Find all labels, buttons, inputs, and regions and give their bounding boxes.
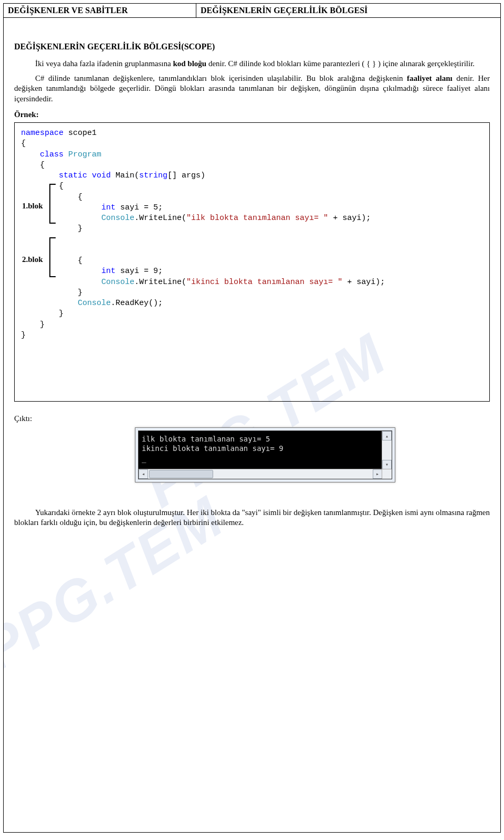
kw-void: void xyxy=(87,171,111,180)
scrollbar-horizontal[interactable]: ◂ ▸ xyxy=(139,469,392,479)
wl-end: + sayi); xyxy=(328,214,371,223)
scroll-left-icon[interactable]: ◂ xyxy=(139,469,148,479)
blok1-label: 1.blok xyxy=(22,201,43,211)
kw-int: int xyxy=(101,203,116,212)
console-cls: Console xyxy=(101,278,134,287)
console-window: ilk blokta tanımlanan sayı= 5 ikinci blo… xyxy=(135,427,395,482)
bracket-icon xyxy=(49,184,56,224)
content-area: DEĞİŞKENLERİN GEÇERLİLİK BÖLGESİ(SCOPE) … xyxy=(4,18,500,543)
kw-int: int xyxy=(101,267,116,276)
bracket-icon xyxy=(49,237,56,277)
brace: } xyxy=(21,331,26,340)
blok2-label: 2.blok xyxy=(22,254,43,265)
kw-class: class xyxy=(40,150,64,159)
example-label: Örnek: xyxy=(14,110,490,119)
p1a: İki veya daha fazla ifadenin gruplanması… xyxy=(35,59,173,68)
p1b: kod bloğu xyxy=(173,59,206,68)
scroll-up-icon[interactable]: ▴ xyxy=(382,431,392,440)
header-right: DEĞİŞKENLERİN GEÇERLİLİK BÖLGESİ xyxy=(196,4,500,17)
brace: } xyxy=(40,320,45,329)
wl: .WriteLine( xyxy=(134,278,186,287)
resize-grip-icon[interactable] xyxy=(382,469,392,479)
p1c: denir. C# dilinde kod blokları küme para… xyxy=(206,59,475,68)
console-body: ilk blokta tanımlanan sayı= 5 ikinci blo… xyxy=(138,430,392,479)
brace: { xyxy=(40,161,45,170)
brace: { xyxy=(78,256,82,265)
sayi9: sayi = 9; xyxy=(116,267,163,276)
str1: "ilk blokta tanımlanan sayı= " xyxy=(186,214,328,223)
console-cls: Console xyxy=(101,214,134,223)
console-line-2: ikinci blokta tanımlanan sayı= 9 xyxy=(142,444,388,453)
kw-namespace: namespace xyxy=(21,129,64,138)
kw-static: static xyxy=(59,171,87,180)
wl: .WriteLine( xyxy=(134,214,186,223)
p2b: faaliyet alanı xyxy=(407,74,453,82)
output-label: Çıktı: xyxy=(14,414,490,423)
brace: } xyxy=(78,224,82,233)
paragraph-2: C# dilinde tanımlanan değişkenlere, tanı… xyxy=(14,74,490,104)
console-cursor: _ xyxy=(142,454,388,463)
brace: { xyxy=(59,182,64,191)
section-title: DEĞİŞKENLERİN GEÇERLİLİK BÖLGESİ(SCOPE) xyxy=(14,42,490,51)
class-name: Program xyxy=(64,150,101,159)
page-frame: DEĞİŞKENLER VE SABİTLER DEĞİŞKENLERİN GE… xyxy=(3,3,501,833)
wl-end: + sayi); xyxy=(342,278,385,287)
str2: "ikinci blokta tanımlanan sayı= " xyxy=(186,278,342,287)
paragraph-3: Yukarıdaki örnekte 2 ayrı blok oluşturul… xyxy=(14,508,490,528)
p2a: C# dilinde tanımlanan değişkenlere, tanı… xyxy=(35,74,407,82)
code-block: namespace scope1 { class Program { stati… xyxy=(14,122,490,402)
main-b: [] args) xyxy=(167,171,205,180)
scroll-thumb[interactable] xyxy=(149,470,213,478)
console-line-1: ilk blokta tanımlanan sayı= 5 xyxy=(142,434,388,444)
brace: } xyxy=(59,309,64,318)
sayi5: sayi = 5; xyxy=(116,203,163,212)
p3: Yukarıdaki örnekte 2 ayrı blok oluşturul… xyxy=(14,508,490,527)
brace: } xyxy=(78,288,82,297)
scroll-right-icon[interactable]: ▸ xyxy=(373,469,382,479)
paragraph-1: İki veya daha fazla ifadenin gruplanması… xyxy=(14,59,490,69)
header-row: DEĞİŞKENLER VE SABİTLER DEĞİŞKENLERİN GE… xyxy=(4,4,500,18)
console-cls: Console xyxy=(78,299,111,308)
scroll-down-icon[interactable]: ▾ xyxy=(382,460,392,469)
header-left: DEĞİŞKENLER VE SABİTLER xyxy=(4,4,196,17)
readkey: .ReadKey(); xyxy=(111,299,163,308)
scrollbar-vertical[interactable]: ▴ ▾ xyxy=(382,431,392,469)
kw-string: string xyxy=(139,171,167,180)
ns-name: scope1 xyxy=(64,129,97,138)
brace: { xyxy=(21,139,26,148)
main-a: Main( xyxy=(111,171,139,180)
brace: { xyxy=(78,193,82,202)
